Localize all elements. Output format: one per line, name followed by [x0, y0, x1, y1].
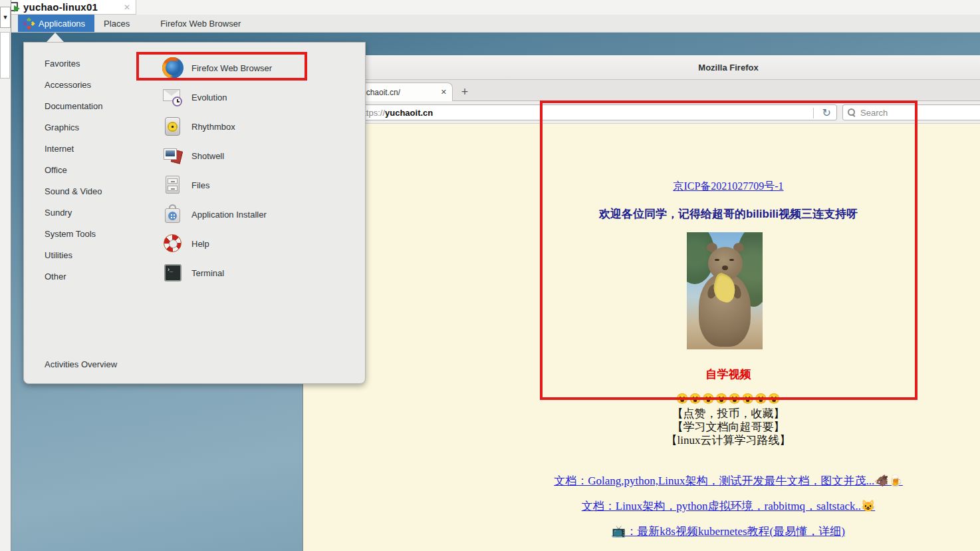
session-tab-title: yuchao-linux01 [23, 1, 98, 13]
app-label: Evolution [191, 92, 227, 102]
category-sound-video[interactable]: Sound & Video [24, 181, 157, 202]
doc-link-line: 文档：Golang,python,Linux架构，测试开发最牛文档，图文并茂..… [303, 473, 980, 488]
application-installer-icon [162, 204, 184, 225]
annotation-box-page-region [540, 100, 918, 400]
help-icon [162, 233, 184, 254]
url-host: yuchaoit.cn [385, 108, 433, 118]
host-side-strip: ▼ [0, 0, 11, 551]
tab-strip: yuchaoit.cn/ ✕ + [303, 80, 980, 101]
category-internet[interactable]: Internet [24, 138, 157, 160]
category-utilities[interactable]: Utilities [24, 245, 157, 266]
rhythmbox-icon [162, 116, 184, 137]
video-link-line: 📺：最新k8s视频kubernetes教程(最易懂，详细) [303, 524, 980, 539]
applications-label: Applications [39, 19, 85, 29]
category-documentation[interactable]: Documentation [24, 96, 157, 117]
firefox-titlebar[interactable]: Mozilla Firefox [303, 55, 980, 80]
app-item-rhythmbox[interactable]: Rhythmbox [162, 112, 362, 141]
collapse-panel-button[interactable]: ▼ [0, 7, 11, 28]
app-label: Help [191, 239, 209, 249]
files-icon [162, 174, 184, 196]
applications-menu-button[interactable]: Applications [18, 15, 94, 32]
app-label: Application Installer [191, 210, 267, 220]
activities-overview-item[interactable]: Activities Overview [45, 354, 117, 375]
category-list: Favorites Accessories Documentation Grap… [24, 53, 157, 287]
doc-link[interactable]: 文档：Golang,python,Linux架构，测试开发最牛文档，图文并茂..… [554, 474, 903, 487]
host-app-header [11, 0, 980, 15]
gnome-top-bar: Applications Places Firefox Web Browser [11, 15, 980, 33]
window-title: Mozilla Firefox [698, 63, 758, 73]
category-system-tools[interactable]: System Tools [24, 224, 157, 245]
applications-menu-popup: Favorites Accessories Documentation Grap… [23, 42, 366, 384]
applications-icon [23, 18, 34, 29]
application-list: Firefox Web Browser Evolution Rhythmbox … [162, 53, 362, 287]
doc-link[interactable]: 文档：Linux架构，python虚拟环境，rabbitmq，saltstack… [582, 500, 875, 512]
session-tab-close-icon[interactable]: ✕ [124, 3, 130, 12]
video-link[interactable]: 📺：最新k8s视频kubernetes教程(最易懂，详细) [612, 525, 845, 538]
app-item-evolution[interactable]: Evolution [162, 83, 362, 112]
host-side-panel [0, 32, 10, 79]
app-label: Rhythmbox [191, 122, 235, 132]
evolution-icon [162, 87, 184, 108]
app-item-help[interactable]: Help [162, 229, 362, 258]
bullet-line: 【linux云计算学习路线】 [303, 433, 980, 448]
app-label: Terminal [191, 268, 224, 278]
app-label: Files [191, 180, 209, 190]
window-list-item-firefox[interactable]: Firefox Web Browser [151, 15, 250, 32]
annotation-box-firefox-menu-item [136, 52, 307, 81]
category-other[interactable]: Other [24, 266, 157, 287]
browser-tab[interactable]: yuchaoit.cn/ ✕ [352, 83, 453, 101]
tab-close-icon[interactable]: ✕ [441, 88, 447, 96]
new-tab-button[interactable]: + [455, 83, 475, 101]
shotwell-icon [162, 145, 184, 166]
app-item-terminal[interactable]: Terminal [162, 258, 362, 287]
category-office[interactable]: Office [24, 160, 157, 181]
terminal-icon [162, 262, 184, 283]
category-sundry[interactable]: Sundry [24, 202, 157, 224]
app-item-files[interactable]: Files [162, 170, 362, 200]
session-tab[interactable]: yuchao-linux01 ✕ [2, 0, 136, 15]
menu-pointer-arrow [47, 33, 64, 42]
app-item-application-installer[interactable]: Application Installer [162, 200, 362, 229]
places-menu-button[interactable]: Places [94, 15, 139, 32]
category-graphics[interactable]: Graphics [24, 117, 157, 138]
doc-link-line: 文档：Linux架构，python虚拟环境，rabbitmq，saltstack… [303, 498, 980, 514]
app-label: Shotwell [191, 151, 224, 161]
app-item-shotwell[interactable]: Shotwell [162, 141, 362, 170]
